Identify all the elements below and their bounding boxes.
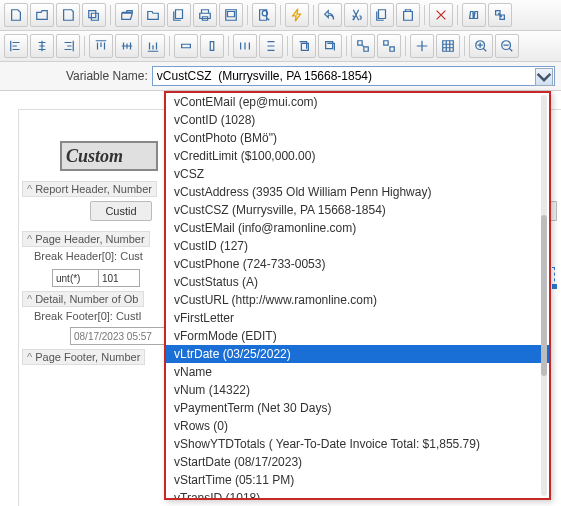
align-bottom-button[interactable] [141, 34, 165, 58]
dropdown-scrollbar[interactable] [541, 95, 547, 496]
cut-button[interactable] [344, 3, 368, 27]
dropdown-item[interactable]: vContEMail (ep@mui.com) [166, 93, 549, 111]
field-unt[interactable]: unt(*) [52, 269, 100, 287]
preview-button[interactable] [219, 3, 243, 27]
bring-front-icon [297, 39, 311, 53]
dropdown-item[interactable]: vName [166, 363, 549, 381]
dropdown-item[interactable]: vLtrDate (03/25/2022) [166, 345, 549, 363]
report-designer-canvas: Custom ^Report Header, Number Custid Ci … [0, 91, 561, 506]
grid-button[interactable] [436, 34, 460, 58]
ungroup-button[interactable] [377, 34, 401, 58]
dist-h-button[interactable] [233, 34, 257, 58]
clone-icon [172, 8, 186, 22]
dropdown-item[interactable]: vCustAddress (3935 Old William Penn High… [166, 183, 549, 201]
align-middle-icon [120, 39, 134, 53]
dropdown-item[interactable]: vFormMode (EDIT) [166, 327, 549, 345]
dropdown-item[interactable]: vCustCSZ (Murrysville, PA 15668-1854) [166, 201, 549, 219]
bring-front-button[interactable] [292, 34, 316, 58]
dropdown-item[interactable]: vNum (14322) [166, 381, 549, 399]
delete-button[interactable] [429, 3, 453, 27]
copy-icon [375, 8, 389, 22]
new-icon [9, 8, 23, 22]
toolbar-separator [405, 36, 406, 56]
align-right-button[interactable] [56, 34, 80, 58]
dropdown-item[interactable]: vCreditLimit ($100,000.00) [166, 147, 549, 165]
folder-icon [146, 8, 160, 22]
variable-dropdown-button[interactable] [535, 68, 553, 86]
save-all-button[interactable] [82, 3, 106, 27]
dropdown-item[interactable]: vFirstLetter [166, 309, 549, 327]
save-all-icon [87, 8, 101, 22]
delete-icon [434, 8, 448, 22]
dropdown-item[interactable]: vCustEMail (info@ramonline.com) [166, 219, 549, 237]
same-height-button[interactable] [200, 34, 224, 58]
snap-button[interactable] [410, 34, 434, 58]
customer-heading-box[interactable]: Custom [60, 141, 158, 171]
band-break-header[interactable]: Break Header[0]: Cust [30, 249, 147, 263]
same-width-button[interactable] [174, 34, 198, 58]
bolt-button[interactable] [285, 3, 309, 27]
paste-button[interactable] [396, 3, 420, 27]
dropdown-item[interactable]: vTransID (1018) [166, 489, 549, 500]
save-icon [61, 8, 75, 22]
open-folder-button[interactable] [115, 3, 139, 27]
dist-h-icon [238, 39, 252, 53]
folder-button[interactable] [141, 3, 165, 27]
band-break-footer[interactable]: Break Footer[0]: CustI [30, 309, 146, 323]
align-middle-button[interactable] [115, 34, 139, 58]
toolbar-separator [110, 5, 111, 25]
dropdown-item[interactable]: vCustStatus (A) [166, 273, 549, 291]
dropdown-item[interactable]: vContPhoto (BMö") [166, 129, 549, 147]
toolbar-align [0, 31, 561, 62]
toolbar-separator [247, 5, 248, 25]
dropdown-item[interactable]: vCSZ [166, 165, 549, 183]
toolbar-separator [313, 5, 314, 25]
copy-button[interactable] [370, 3, 394, 27]
group-button[interactable] [351, 34, 375, 58]
send-back-button[interactable] [318, 34, 342, 58]
new-button[interactable] [4, 3, 28, 27]
column-header-custid[interactable]: Custid [90, 201, 152, 221]
variable-dropdown-list: vContEMail (ep@mui.com)vContID (1028)vCo… [164, 91, 551, 500]
dist-v-button[interactable] [259, 34, 283, 58]
toolbar-separator [228, 36, 229, 56]
zoom-in-button[interactable] [469, 34, 493, 58]
align-center-button[interactable] [30, 34, 54, 58]
dropdown-item[interactable]: vCustID (127) [166, 237, 549, 255]
field-101[interactable]: 101 [98, 269, 140, 287]
toolbar-separator [424, 5, 425, 25]
align-left-button[interactable] [4, 34, 28, 58]
open-folder-icon [120, 8, 134, 22]
dropdown-item[interactable]: vStartTime (05:11 PM) [166, 471, 549, 489]
align-top-button[interactable] [89, 34, 113, 58]
replace-button[interactable] [488, 3, 512, 27]
grid-icon [441, 39, 455, 53]
variable-name-input[interactable] [152, 66, 555, 86]
print-button[interactable] [193, 3, 217, 27]
zoom-out-button[interactable] [495, 34, 519, 58]
find-doc-button[interactable] [252, 3, 276, 27]
binoculars-button[interactable] [462, 3, 486, 27]
dropdown-item[interactable]: vCustPhone (724-733-0053) [166, 255, 549, 273]
undo-button[interactable] [318, 3, 342, 27]
dropdown-item[interactable]: vShowYTDTotals ( Year-To-Date Invoice To… [166, 435, 549, 453]
band-page-header[interactable]: ^Page Header, Number [22, 231, 150, 247]
open-button[interactable] [30, 3, 54, 27]
band-page-footer[interactable]: ^Page Footer, Number [22, 349, 145, 365]
dropdown-item[interactable]: vStartDate (08/17/2023) [166, 453, 549, 471]
dropdown-item[interactable]: vContID (1028) [166, 111, 549, 129]
toolbar-separator [464, 36, 465, 56]
dropdown-item[interactable]: vCustURL (http://www.ramonline.com) [166, 291, 549, 309]
variable-name-row: Variable Name: [0, 62, 561, 91]
field-date[interactable]: 08/17/2023 05:57 [70, 327, 168, 345]
same-height-icon [205, 39, 219, 53]
cut-icon [349, 8, 363, 22]
dropdown-item[interactable]: vPaymentTerm (Net 30 Days) [166, 399, 549, 417]
paste-icon [401, 8, 415, 22]
band-detail[interactable]: ^Detail, Number of Ob [22, 291, 144, 307]
preview-icon [224, 8, 238, 22]
clone-button[interactable] [167, 3, 191, 27]
dropdown-item[interactable]: vRows (0) [166, 417, 549, 435]
band-report-header[interactable]: ^Report Header, Number [22, 181, 157, 197]
save-button[interactable] [56, 3, 80, 27]
